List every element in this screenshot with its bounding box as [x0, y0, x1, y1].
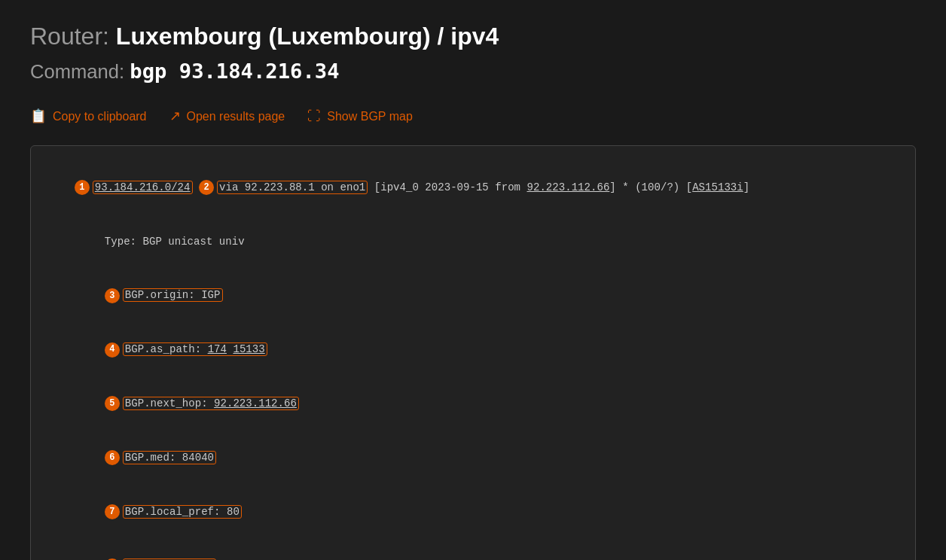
copy-to-clipboard-button[interactable]: 📋 Copy to clipboard [30, 105, 147, 127]
from1-link[interactable]: 92.223.112.66 [527, 181, 610, 193]
localpref-line-1: 7BGP.local_pref: 80 [49, 485, 897, 540]
route-highlighted: 93.184.216.0/24 [93, 181, 193, 194]
map-icon: ⛶ [307, 108, 321, 124]
badge-2: 2 [199, 180, 214, 195]
badge-3: 3 [105, 288, 120, 303]
med-line-1: 6BGP.med: 84040 [49, 431, 897, 485]
as-174-link[interactable]: 174 [208, 343, 227, 355]
badge-4: 4 [105, 342, 120, 358]
bgp-label: Show BGP map [327, 110, 413, 123]
origin-line-1: 3BGP.origin: IGP [49, 269, 897, 324]
page-header: Router: Luxembourg (Luxembourg) / ipv4 C… [30, 23, 916, 83]
route-link[interactable]: 93.184.216.0/24 [95, 181, 191, 193]
clipboard-icon: 📋 [30, 108, 47, 124]
router-label: Router: [30, 23, 109, 50]
via1-text: via 92.223.88.1 on eno1 [219, 181, 365, 193]
badge-6: 6 [105, 450, 120, 465]
command-label: Command: [30, 61, 124, 82]
nexthop-line-1: 5BGP.next_hop: 92.223.112.66 [49, 377, 897, 431]
open-label: Open results page [187, 110, 285, 123]
nexthop1-highlighted: BGP.next_hop: 92.223.112.66 [123, 397, 299, 410]
meta1-text: [ipv4_0 2023-09-15 from 92.223.112.66] *… [374, 181, 749, 193]
badge-5: 5 [105, 396, 120, 411]
external-link-icon: ↗ [169, 108, 181, 124]
command-value: bgp 93.184.216.34 [130, 59, 339, 83]
med1-highlighted: BGP.med: 84040 [123, 451, 216, 464]
localpref1-highlighted: BGP.local_pref: 80 [123, 505, 242, 519]
as-15133-link[interactable]: 15133 [233, 343, 264, 355]
open-results-button[interactable]: ↗ Open results page [169, 105, 285, 127]
command-line: Command: bgp 93.184.216.34 [30, 59, 916, 83]
router-value: Luxembourg (Luxembourg) / ipv4 [116, 23, 499, 50]
copy-label: Copy to clipboard [53, 110, 147, 123]
toolbar: 📋 Copy to clipboard ↗ Open results page … [30, 105, 916, 127]
result-line-1: 193.184.216.0/24 2via 92.223.88.1 on eno… [49, 161, 897, 215]
community-line-1: 8BGP.community: (174,21001) (174,22013) … [49, 539, 897, 560]
aspath1-highlighted: BGP.as_path: 174 15133 [123, 342, 267, 356]
show-bgp-map-button[interactable]: ⛶ Show BGP map [307, 105, 413, 127]
nexthop1-link[interactable]: 92.223.112.66 [214, 397, 297, 409]
as1-link[interactable]: AS15133i [692, 181, 743, 193]
type-line-1: Type: BGP unicast univ [49, 215, 897, 269]
router-line: Router: Luxembourg (Luxembourg) / ipv4 [30, 23, 916, 50]
aspath-line-1: 4BGP.as_path: 174 15133 [49, 323, 897, 377]
badge-1: 1 [75, 180, 90, 195]
results-container: 193.184.216.0/24 2via 92.223.88.1 on eno… [30, 145, 916, 560]
badge-7: 7 [105, 504, 120, 519]
origin1-highlighted: BGP.origin: IGP [123, 288, 223, 302]
via1-highlighted: via 92.223.88.1 on eno1 [217, 181, 368, 194]
